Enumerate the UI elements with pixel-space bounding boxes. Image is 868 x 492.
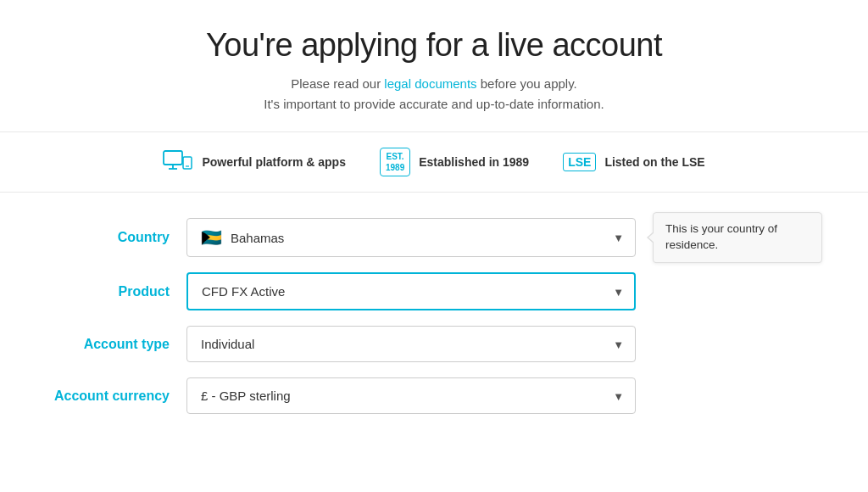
account-type-select-wrapper: Individual ▼ (186, 326, 636, 362)
header-section: You're applying for a live account Pleas… (0, 0, 868, 132)
account-currency-value: £ - GBP sterling (201, 389, 291, 403)
country-flag: 🇧🇸 (201, 229, 222, 246)
page-title: You're applying for a live account (34, 27, 834, 64)
features-bar: Powerful platform & apps EST.1989 Establ… (0, 132, 868, 193)
lse-badge-icon: LSE (563, 153, 596, 171)
est-badge-icon: EST.1989 (380, 148, 410, 176)
account-currency-label: Account currency (51, 389, 186, 404)
subtitle: Please read our legal documents before y… (34, 74, 834, 115)
subtitle-mid: before you apply. (477, 76, 577, 91)
account-currency-select-wrapper: £ - GBP sterling ▼ (186, 377, 636, 414)
product-row: Product CFD FX Active ▼ (51, 272, 817, 310)
account-currency-row: Account currency £ - GBP sterling ▼ (51, 377, 817, 414)
country-label: Country (51, 230, 186, 245)
account-currency-select[interactable]: £ - GBP sterling (186, 377, 636, 414)
subtitle-line2: It's important to provide accurate and u… (264, 97, 604, 111)
feature-lse: LSE Listed on the LSE (563, 153, 704, 171)
svg-rect-3 (183, 157, 192, 169)
product-select[interactable]: CFD FX Active (186, 272, 636, 310)
country-select-wrapper: 🇧🇸 Bahamas ▼ (186, 218, 636, 257)
account-type-select[interactable]: Individual (186, 326, 636, 362)
tooltip-text: This is your country of residence. (665, 222, 777, 251)
feature-lse-label: Listed on the LSE (604, 155, 704, 169)
country-select[interactable]: 🇧🇸 Bahamas (186, 218, 636, 257)
subtitle-pre: Please read our (291, 76, 384, 91)
form-section: Country 🇧🇸 Bahamas ▼ This is your countr… (0, 193, 868, 455)
feature-platform-label: Powerful platform & apps (202, 155, 346, 169)
feature-established: EST.1989 Established in 1989 (380, 148, 529, 176)
legal-documents-link[interactable]: legal documents (384, 76, 476, 91)
product-select-wrapper: CFD FX Active ▼ (186, 272, 636, 310)
account-type-value: Individual (201, 337, 254, 351)
country-tooltip: This is your country of residence. (653, 212, 822, 263)
platform-icon (163, 150, 193, 174)
page-wrapper: You're applying for a live account Pleas… (0, 0, 868, 455)
country-row: Country 🇧🇸 Bahamas ▼ This is your countr… (51, 218, 817, 257)
product-value: CFD FX Active (202, 284, 285, 299)
feature-established-label: Established in 1989 (419, 155, 529, 169)
account-type-row: Account type Individual ▼ (51, 326, 817, 362)
account-type-label: Account type (51, 337, 186, 352)
svg-rect-0 (164, 151, 182, 165)
country-value: Bahamas (231, 231, 284, 245)
feature-platform: Powerful platform & apps (163, 150, 346, 174)
product-label: Product (51, 284, 186, 299)
